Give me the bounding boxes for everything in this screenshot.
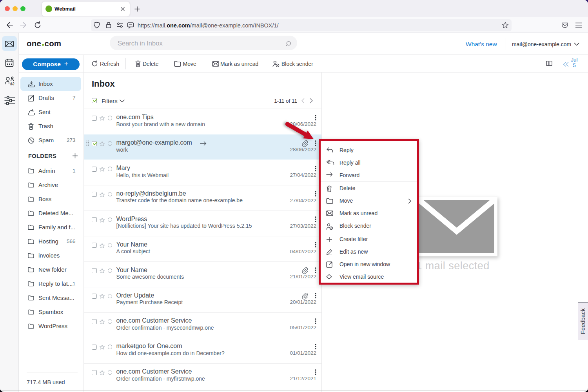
svg-text:@: @ — [10, 81, 15, 85]
